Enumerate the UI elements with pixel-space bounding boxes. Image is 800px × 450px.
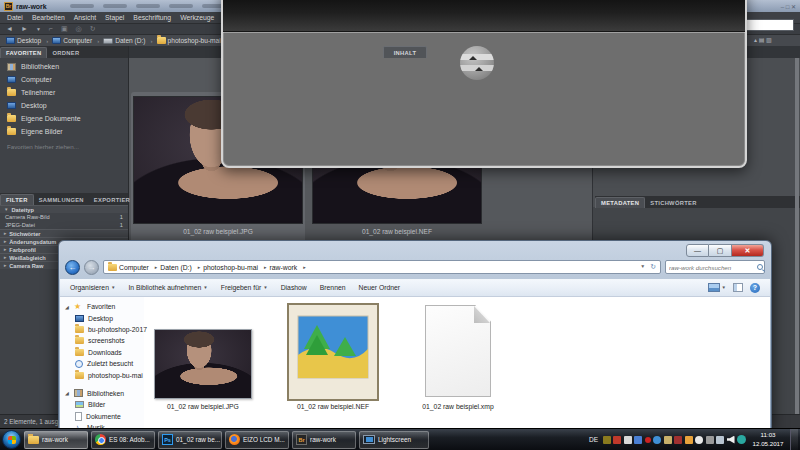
tray-icon[interactable] (613, 436, 621, 444)
tray-icon[interactable] (685, 436, 693, 444)
taskbar-lightscreen[interactable]: Lightscreen (359, 431, 429, 449)
show-desktop-button[interactable] (790, 429, 798, 450)
filter-jpeg-datei[interactable]: JPEG-Datei1 (0, 221, 128, 229)
dropdown-caret-icon[interactable]: ▼ (36, 24, 41, 34)
nav-screenshots[interactable]: screenshots (60, 335, 144, 346)
refine-icon[interactable]: ◎ (76, 24, 82, 34)
tray-icon[interactable] (706, 436, 714, 444)
tray-icon[interactable] (664, 436, 672, 444)
taskbar-explorer-raw-work[interactable]: raw-work (24, 431, 88, 449)
nav-favoriten[interactable]: ◢★Favoriten (60, 301, 144, 312)
tab-stichwoerter[interactable]: STICHWÖRTER (645, 198, 701, 208)
favorite-bibliotheken[interactable]: Bibliotheken (0, 60, 128, 73)
favorite-computer[interactable]: Computer (0, 73, 128, 86)
address-dropdown-icon[interactable]: ▼ (640, 263, 645, 271)
file-xmp-label[interactable]: 01_02 raw beispiel.xmp (383, 403, 533, 410)
nav-downloads[interactable]: Downloads (60, 347, 144, 358)
language-indicator[interactable]: DE (589, 436, 598, 443)
file-nef-icon[interactable] (287, 303, 379, 401)
nav-bibliotheken[interactable]: ◢Bibliotheken (60, 388, 144, 399)
expander-icon[interactable]: ◢ (65, 390, 70, 396)
search-input[interactable] (669, 264, 757, 271)
nav-dokumente[interactable]: Dokumente (60, 411, 144, 422)
neuer-ordner-button[interactable]: Neuer Ordner (358, 284, 400, 291)
back-arrow-icon[interactable]: ◄ (6, 24, 13, 34)
menu-werkzeuge[interactable]: Werkzeuge (176, 14, 218, 21)
tray-icon[interactable] (695, 436, 703, 444)
dialog-titlebar[interactable] (223, 0, 745, 32)
nav-zuletzt-besucht[interactable]: Zuletzt besucht (60, 358, 144, 369)
menu-stapel[interactable]: Stapel (101, 14, 128, 21)
taskbar-chrome[interactable]: ES 08: Adob... (91, 431, 155, 449)
explorer-search[interactable] (665, 260, 765, 274)
tray-icon[interactable] (624, 436, 632, 444)
tab-inhalt[interactable]: INHALT (383, 46, 427, 58)
forward-arrow-icon[interactable]: ► (21, 24, 28, 34)
file-jpg-label[interactable]: 01_02 raw beispiel.JPG (128, 403, 278, 410)
favorite-teilnehmer[interactable]: Teilnehmer (0, 86, 128, 99)
in-bibliothek-aufnehmen-button[interactable]: In Bibliothek aufnehmen▼ (128, 284, 207, 291)
file-xmp-icon[interactable] (425, 305, 491, 397)
tab-ordner[interactable]: ORDNER (47, 48, 84, 58)
taskbar-firefox[interactable]: EIZO LCD M... (225, 431, 289, 449)
path-daten-d[interactable]: Daten (D:) (101, 37, 154, 44)
favorite-eigene-dokumente[interactable]: Eigene Dokumente (0, 112, 128, 125)
tray-icon[interactable] (674, 436, 682, 444)
path-photoshop-bu-mai[interactable]: photoshop-bu-mai (155, 37, 230, 44)
refresh-icon[interactable]: ↻ (650, 263, 656, 271)
preview-pane-icon[interactable] (733, 283, 743, 292)
menu-bearbeiten[interactable]: Bearbeiten (28, 14, 69, 21)
tab-favoriten[interactable]: FAVORITEN (0, 47, 47, 58)
change-view-button[interactable]: ▼ (708, 283, 726, 292)
boomerang-icon[interactable]: ⌐ (49, 24, 53, 34)
menu-datei[interactable]: Datei (3, 14, 27, 21)
brennen-button[interactable]: Brennen (320, 284, 346, 291)
taskbar-photoshop[interactable]: Ps01_02 raw be... (158, 431, 222, 449)
favorite-eigene-bilder[interactable]: Eigene Bilder (0, 125, 128, 138)
crumb-computer[interactable]: Computer (118, 264, 158, 271)
favorite-desktop[interactable]: Desktop (0, 99, 128, 112)
filter-camera-raw-bild[interactable]: Camera Raw-Bild1 (0, 213, 128, 221)
import-icon[interactable]: ▣ (61, 24, 68, 34)
tray-icon[interactable] (603, 436, 611, 444)
nav-desktop[interactable]: Desktop (60, 312, 144, 323)
menu-ansicht[interactable]: Ansicht (70, 14, 100, 21)
path-computer[interactable]: Computer (50, 37, 101, 44)
filter-group-stichwoerter[interactable]: ▸Stichwörter (0, 229, 128, 237)
network-icon[interactable] (716, 436, 724, 444)
diashow-button[interactable]: Diashow (281, 284, 307, 291)
tray-icon[interactable] (737, 435, 746, 444)
forward-button[interactable]: → (84, 260, 99, 275)
back-button[interactable]: ← (65, 260, 80, 275)
close-button[interactable]: ✕ (732, 244, 764, 257)
organisieren-button[interactable]: Organisieren▼ (70, 284, 115, 291)
path-desktop[interactable]: Desktop (4, 37, 50, 44)
nav-bu-photoshop-2017[interactable]: bu-photoshop-2017 (60, 324, 144, 335)
tray-icon[interactable] (634, 436, 642, 444)
crumb-raw-work[interactable]: raw-work (269, 264, 307, 271)
address-bar[interactable]: Computer Daten (D:) photoshop-bu-mai raw… (103, 260, 661, 274)
volume-icon[interactable] (727, 436, 735, 444)
bridge-window-controls[interactable]: – □ ✕ (781, 3, 796, 10)
nav-photoshop-bu-mai[interactable]: photoshop-bu-mai (60, 369, 144, 380)
panel-scrollbar[interactable] (795, 58, 799, 414)
file-jpg-thumbnail[interactable] (154, 329, 252, 399)
taskbar-bridge[interactable]: Brraw-work (292, 431, 356, 449)
tab-metadaten[interactable]: METADATEN (595, 197, 645, 208)
expander-icon[interactable]: ◢ (65, 304, 70, 310)
menu-beschriftung[interactable]: Beschriftung (129, 14, 175, 21)
bridge-view-buttons[interactable]: ▴ ▤ ▥ (754, 36, 772, 43)
filter-group-dateityp[interactable]: ▼Dateityp (0, 205, 128, 213)
minimize-button[interactable]: — (686, 244, 709, 257)
crumb-photoshop-bu-mai[interactable]: photoshop-bu-mai (202, 264, 267, 271)
rotate-icon[interactable]: ↻ (90, 24, 96, 34)
tray-icon[interactable] (645, 437, 651, 443)
start-button[interactable] (2, 430, 21, 449)
tray-icon[interactable] (653, 436, 661, 444)
crumb-daten-d[interactable]: Daten (D:) (159, 264, 201, 271)
freigeben-fuer-button[interactable]: Freigeben für▼ (221, 284, 268, 291)
tab-sammlungen[interactable]: SAMMLUNGEN (34, 195, 89, 205)
help-icon[interactable]: ? (750, 283, 760, 293)
maximize-button[interactable]: ▢ (709, 244, 732, 257)
tab-filter[interactable]: FILTER (0, 194, 34, 205)
